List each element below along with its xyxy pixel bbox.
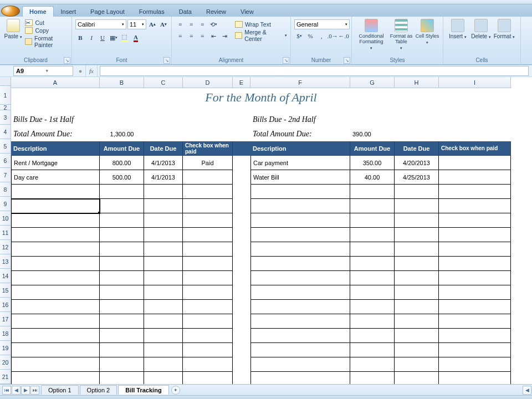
name-box[interactable]: A9 ▾ <box>13 66 73 76</box>
cell[interactable] <box>250 357 350 372</box>
bold-button[interactable]: B <box>75 33 85 43</box>
cell[interactable]: Date Due <box>395 141 439 156</box>
cell[interactable] <box>144 228 183 242</box>
alignment-dialog-launcher[interactable]: ↘ <box>283 57 289 64</box>
cell[interactable] <box>233 343 250 357</box>
sheet-tab-bill-tracking[interactable]: Bill Tracking <box>118 385 168 395</box>
cell[interactable] <box>250 285 350 300</box>
cell[interactable] <box>233 314 250 329</box>
cell[interactable] <box>233 170 250 185</box>
cell[interactable] <box>395 343 439 357</box>
cell[interactable] <box>100 285 144 300</box>
sheet-tab-option-1[interactable]: Option 1 <box>41 385 79 395</box>
cell[interactable] <box>144 343 183 357</box>
row-header-21[interactable]: 21 <box>0 370 11 384</box>
cell[interactable] <box>11 271 100 285</box>
cell[interactable] <box>233 257 250 271</box>
paste-button[interactable]: Paste ▾ <box>3 18 23 39</box>
cell[interactable] <box>395 257 439 271</box>
cell[interactable] <box>439 242 511 257</box>
number-format-combo[interactable]: General▾ <box>294 19 350 29</box>
cell[interactable] <box>250 257 350 271</box>
font-color-button[interactable]: A <box>131 33 141 43</box>
sheet-tab-option-2[interactable]: Option 2 <box>80 385 117 395</box>
cell[interactable] <box>395 185 439 199</box>
cell[interactable] <box>100 372 144 384</box>
cell[interactable] <box>100 257 144 271</box>
cell[interactable] <box>144 213 183 228</box>
fx-label[interactable]: fx <box>85 65 98 76</box>
cell[interactable] <box>100 343 144 357</box>
cell[interactable] <box>11 257 100 271</box>
sheet-nav-prev[interactable]: ◀ <box>12 386 21 395</box>
cell[interactable] <box>233 112 250 127</box>
cell[interactable] <box>183 357 233 372</box>
row-header-8[interactable]: 8 <box>0 182 11 197</box>
row-header-10[interactable]: 10 <box>0 211 11 226</box>
cell[interactable] <box>100 199 144 213</box>
cell[interactable] <box>144 271 183 285</box>
cell[interactable] <box>395 285 439 300</box>
column-header-F[interactable]: F <box>250 77 350 88</box>
cell[interactable] <box>144 257 183 271</box>
cell[interactable] <box>11 285 100 300</box>
tab-review[interactable]: Review <box>199 6 233 17</box>
decrease-indent-button[interactable]: ⇤ <box>208 31 218 41</box>
wrap-text-button[interactable]: Wrap Text <box>235 21 287 28</box>
tab-data[interactable]: Data <box>172 6 199 17</box>
cell[interactable] <box>439 372 511 384</box>
clipboard-dialog-launcher[interactable]: ↘ <box>64 57 70 64</box>
increase-decimal-button[interactable]: .0→ <box>328 31 337 41</box>
cell[interactable]: Rent / Mortgage <box>11 156 100 170</box>
sheet-nav-first[interactable]: ⏮ <box>2 386 11 395</box>
cell[interactable] <box>439 357 511 372</box>
sheet-nav-next[interactable]: ▶ <box>21 386 30 395</box>
cell[interactable] <box>350 185 395 199</box>
cell[interactable] <box>350 372 395 384</box>
column-header-E[interactable]: E <box>233 77 250 88</box>
cell[interactable] <box>250 329 350 343</box>
format-painter-button[interactable]: Format Painter <box>25 35 68 48</box>
column-header-H[interactable]: H <box>395 77 439 88</box>
align-top-button[interactable]: ≡ <box>175 19 185 29</box>
cell[interactable] <box>250 107 350 112</box>
cell[interactable] <box>11 343 100 357</box>
tab-formulas[interactable]: Formulas <box>132 6 172 17</box>
cell[interactable]: For the Month of April <box>11 88 511 107</box>
tab-home[interactable]: Home <box>22 6 54 17</box>
row-header-13[interactable]: 13 <box>0 254 11 269</box>
cell[interactable] <box>350 300 395 314</box>
cell[interactable] <box>183 300 233 314</box>
cell[interactable]: Description <box>11 141 100 156</box>
new-sheet-button[interactable]: ✦ <box>171 386 180 395</box>
cell[interactable] <box>439 213 511 228</box>
cell[interactable] <box>395 314 439 329</box>
row-header-15[interactable]: 15 <box>0 283 11 298</box>
row-header-14[interactable]: 14 <box>0 269 11 283</box>
cell[interactable] <box>350 112 395 127</box>
delete-cells-button[interactable]: Delete ▾ <box>470 18 492 39</box>
cell[interactable] <box>233 107 250 112</box>
cell[interactable] <box>395 242 439 257</box>
cell[interactable]: 350.00 <box>350 156 395 170</box>
cell[interactable] <box>11 314 100 329</box>
underline-button[interactable]: U <box>98 33 108 43</box>
cell[interactable] <box>233 199 250 213</box>
cell[interactable] <box>439 185 511 199</box>
font-name-combo[interactable]: Calibri▾ <box>75 19 126 29</box>
cell[interactable] <box>439 271 511 285</box>
cell[interactable]: 40.00 <box>350 170 395 185</box>
cell[interactable] <box>439 257 511 271</box>
cell[interactable] <box>250 213 350 228</box>
cell[interactable] <box>11 329 100 343</box>
cell[interactable] <box>100 228 144 242</box>
cell[interactable] <box>11 107 100 112</box>
row-header-6[interactable]: 6 <box>0 154 11 168</box>
cell[interactable] <box>11 242 100 257</box>
cell[interactable] <box>144 185 183 199</box>
cell[interactable] <box>144 372 183 384</box>
row-header-18[interactable]: 18 <box>0 326 11 341</box>
tab-insert[interactable]: Insert <box>54 6 84 17</box>
cell[interactable] <box>144 112 183 127</box>
cell[interactable] <box>144 107 183 112</box>
